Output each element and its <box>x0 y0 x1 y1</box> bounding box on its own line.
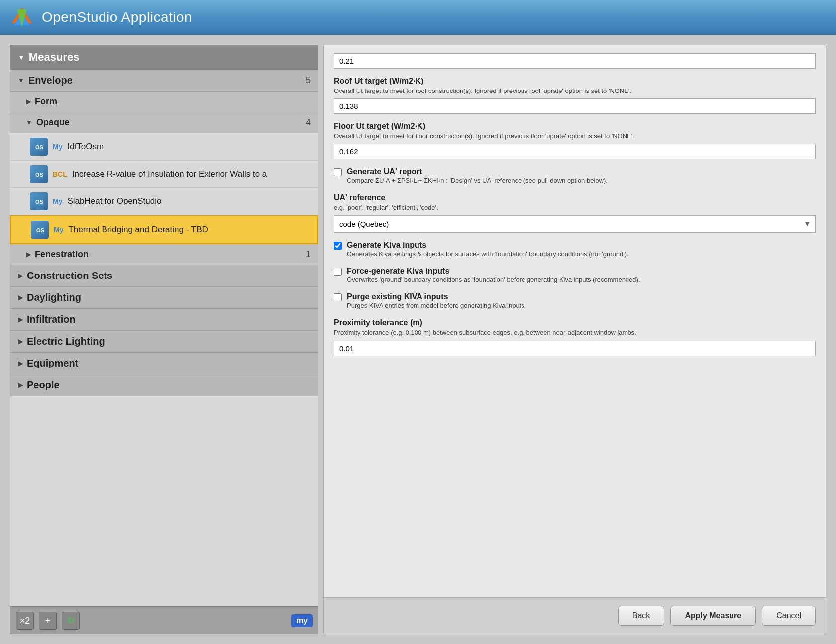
item-tag-3: My <box>53 197 62 205</box>
purge-kiva-desc: Purges KIVA entries from model before ge… <box>347 301 526 310</box>
right-panel: Roof Ut target (W/m2·K) Overall Ut targe… <box>323 45 826 634</box>
generate-ua-desc: Compare ΣU·A + ΣPSI·L + ΣKHI·n : 'Design… <box>347 176 608 185</box>
generate-kiva-desc: Generates Kiva settings & objects for su… <box>347 250 628 259</box>
add-button[interactable]: + <box>39 612 57 630</box>
ua-reference-select[interactable]: poor regular efficient code (Quebec) <box>334 215 816 233</box>
svg-text:OS: OS <box>35 172 43 178</box>
roof-ut-group: Roof Ut target (W/m2·K) Overall Ut targe… <box>334 77 816 114</box>
section-equipment[interactable]: ▶ Equipment <box>10 353 318 374</box>
refresh-button[interactable]: ↻ <box>62 612 80 630</box>
force-kiva-label: Force-generate Kiva inputs <box>347 267 640 276</box>
electric-lighting-label: Electric Lighting <box>27 336 105 347</box>
opaque-arrow-icon: ▼ <box>26 119 32 126</box>
envelope-arrow-icon: ▼ <box>18 77 24 84</box>
my-badge[interactable]: my <box>291 614 313 627</box>
svg-text:OS: OS <box>36 227 44 233</box>
fenestration-label: Fenestration <box>35 249 89 260</box>
generate-ua-text: Generate UA' report Compare ΣU·A + ΣPSI·… <box>347 167 608 185</box>
duplicate-icon: ×2 <box>20 616 30 626</box>
left-panel: ▼ Measures ▼ Envelope 5 ▶ Form <box>10 45 318 634</box>
generate-kiva-checkbox[interactable] <box>334 242 342 250</box>
proximity-tolerance-label: Proximity tolerance (m) <box>334 318 816 327</box>
generate-kiva-text: Generate Kiva inputs Generates Kiva sett… <box>347 241 628 259</box>
purge-kiva-label: Purge existing KIVA inputs <box>347 292 526 301</box>
ua-reference-group: UA' reference e.g. 'poor', 'regular', 'e… <box>334 193 816 233</box>
daylighting-arrow-icon: ▶ <box>18 294 23 301</box>
people-arrow-icon: ▶ <box>18 381 23 389</box>
roof-ut-label: Roof Ut target (W/m2·K) <box>334 77 816 86</box>
back-button[interactable]: Back <box>618 606 665 626</box>
section-construction-sets[interactable]: ▶ Construction Sets <box>10 265 318 287</box>
item-tag-4: My <box>54 226 63 234</box>
measures-title: Measures <box>29 51 80 64</box>
infiltration-arrow-icon: ▶ <box>18 316 23 323</box>
proximity-tolerance-input[interactable] <box>334 341 816 356</box>
top-value-input[interactable] <box>334 53 816 69</box>
infiltration-label: Infiltration <box>27 314 76 325</box>
section-fenestration[interactable]: ▶ Fenestration 1 <box>10 244 318 265</box>
force-kiva-text: Force-generate Kiva inputs Overwrites 'g… <box>347 267 640 284</box>
list-item[interactable]: OS My SlabHeat for OpenStudio <box>10 188 318 215</box>
envelope-count: 5 <box>306 75 311 86</box>
equipment-label: Equipment <box>27 358 78 369</box>
roof-ut-input[interactable] <box>334 98 816 114</box>
app-title: OpenStudio Application <box>42 9 192 25</box>
top-value-group <box>334 53 816 69</box>
section-electric-lighting[interactable]: ▶ Electric Lighting <box>10 331 318 353</box>
purge-kiva-group: Purge existing KIVA inputs Purges KIVA e… <box>334 292 816 310</box>
measures-arrow-icon: ▼ <box>18 53 25 61</box>
tree-scroll[interactable]: ▼ Envelope 5 ▶ Form ▼ Opaque 4 <box>10 70 318 606</box>
section-people[interactable]: ▶ People <box>10 374 318 396</box>
app-logo <box>10 5 34 29</box>
section-opaque[interactable]: ▼ Opaque 4 <box>10 112 318 133</box>
my-badge-label: my <box>296 616 308 625</box>
equipment-arrow-icon: ▶ <box>18 360 23 367</box>
right-scroll[interactable]: Roof Ut target (W/m2·K) Overall Ut targe… <box>324 45 826 597</box>
item-icon-2: OS <box>30 165 48 183</box>
measures-header[interactable]: ▼ Measures <box>10 45 318 70</box>
generate-ua-checkbox[interactable] <box>334 168 342 176</box>
generate-ua-label: Generate UA' report <box>347 167 608 176</box>
form-arrow-icon: ▶ <box>26 98 31 105</box>
section-daylighting[interactable]: ▶ Daylighting <box>10 287 318 309</box>
duplicate-button[interactable]: ×2 <box>16 612 34 630</box>
ua-reference-label: UA' reference <box>334 193 816 202</box>
list-item-selected[interactable]: OS My Thermal Bridging and Derating - TB… <box>10 215 318 244</box>
item-label-3: SlabHeat for OpenStudio <box>67 196 311 206</box>
fenestration-arrow-icon: ▶ <box>26 251 31 258</box>
section-form[interactable]: ▶ Form <box>10 92 318 112</box>
force-kiva-group: Force-generate Kiva inputs Overwrites 'g… <box>334 267 816 284</box>
people-label: People <box>27 379 60 391</box>
item-label-4: Thermal Bridging and Derating - TBD <box>68 225 310 235</box>
roof-ut-desc: Overall Ut target to meet for roof const… <box>334 87 816 95</box>
construction-sets-label: Construction Sets <box>27 270 112 281</box>
cancel-button[interactable]: Cancel <box>762 606 816 626</box>
floor-ut-label: Floor Ut target (W/m2·K) <box>334 122 816 131</box>
list-item[interactable]: OS My IdfToOsm <box>10 133 318 161</box>
form-label: Form <box>35 96 57 107</box>
section-envelope[interactable]: ▼ Envelope 5 <box>10 70 318 92</box>
force-kiva-desc: Overwrites 'ground' boundary conditions … <box>347 276 640 284</box>
floor-ut-input[interactable] <box>334 144 816 159</box>
item-label-1: IdfToOsm <box>67 142 311 152</box>
construction-sets-arrow-icon: ▶ <box>18 272 23 279</box>
purge-kiva-checkbox[interactable] <box>334 293 342 301</box>
floor-ut-group: Floor Ut target (W/m2·K) Overall Ut targ… <box>334 122 816 159</box>
toolbar-left: ×2 + ↻ <box>16 612 80 630</box>
item-icon-3: OS <box>30 192 48 210</box>
floor-ut-desc: Overall Ut target to meet for floor cons… <box>334 132 816 141</box>
ua-reference-desc: e.g. 'poor', 'regular', 'efficient', 'co… <box>334 203 816 212</box>
apply-measure-button[interactable]: Apply Measure <box>670 606 756 626</box>
item-icon-1: OS <box>30 138 48 156</box>
envelope-label: Envelope <box>28 75 73 86</box>
list-item[interactable]: OS BCL Increase R-value of Insulation fo… <box>10 161 318 188</box>
proximity-tolerance-desc: Proximity tolerance (e.g. 0.100 m) betwe… <box>334 328 816 337</box>
opaque-label: Opaque <box>36 117 70 128</box>
item-icon-4: OS <box>31 221 49 239</box>
svg-text:OS: OS <box>35 144 43 150</box>
force-kiva-checkbox[interactable] <box>334 268 342 276</box>
purge-kiva-text: Purge existing KIVA inputs Purges KIVA e… <box>347 292 526 310</box>
section-infiltration[interactable]: ▶ Infiltration <box>10 309 318 331</box>
generate-ua-group: Generate UA' report Compare ΣU·A + ΣPSI·… <box>334 167 816 185</box>
bottom-toolbar: ×2 + ↻ my <box>10 606 318 634</box>
